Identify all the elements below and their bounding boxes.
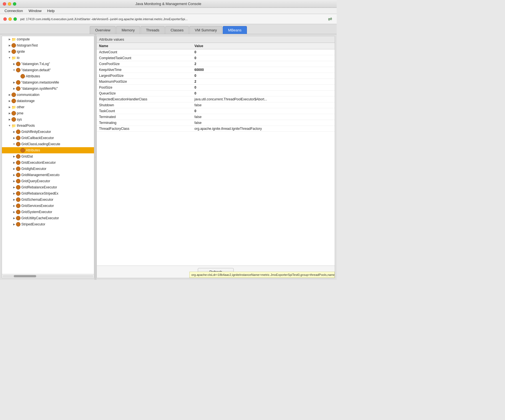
attr-name-cell: MaximumPoolSize	[97, 79, 192, 85]
tree-item-attributes-1[interactable]: Attributes	[2, 73, 94, 79]
tree-label-GridUtilityCacheExecutor: GridUtilityCacheExecutor	[21, 216, 59, 220]
table-row[interactable]: Shutdownfalse	[97, 102, 335, 108]
title-bar: Java Monitoring & Management Console	[0, 0, 337, 8]
bean-icon-GridServicesExecutor	[16, 204, 20, 208]
table-row[interactable]: RejectedExecutionHandlerClassjava.util.c…	[97, 96, 335, 102]
tree-label-GridRebalanceStripedEx: GridRebalanceStripedEx	[21, 191, 58, 195]
tree-label-io: io	[17, 56, 19, 60]
tree-arrow-other	[8, 105, 12, 109]
tree-item-io[interactable]: 📁io	[2, 55, 94, 61]
tree-item-dataregion-txlog[interactable]: "dataregion.TxLog"	[2, 61, 94, 67]
tree-label-GridServicesExecutor: GridServicesExecutor	[21, 204, 54, 208]
scrollbar-track	[3, 275, 93, 277]
horizontal-scrollbar[interactable]	[2, 274, 94, 278]
table-row[interactable]: ThreadFactoryClassorg.apache.ignite.thre…	[97, 126, 335, 132]
tree-item-compute[interactable]: 📁compute	[2, 36, 94, 42]
tree-item-GridServicesExecutor[interactable]: GridServicesExecutor	[2, 203, 94, 209]
tree-item-histogramTest[interactable]: histogramTest	[2, 42, 94, 49]
tree-item-other[interactable]: 📁other	[2, 104, 94, 110]
attr-name-cell: Terminated	[97, 114, 192, 120]
tree-arrow-dataregion-metastore	[12, 80, 16, 84]
tree-arrow-threadPools	[8, 124, 12, 128]
tree-item-GridRebalanceStripedEx[interactable]: GridRebalanceStripedEx	[2, 190, 94, 197]
tree-item-GridDat[interactable]: GridDat	[2, 153, 94, 160]
tree-arrow-GridClassLoadingExecute	[12, 142, 16, 146]
tab-vm-summary[interactable]: VM Summary	[189, 26, 222, 34]
tree-arrow-GridDat	[12, 154, 16, 158]
tree-item-GridAffinityExecutor[interactable]: GridAffinityExecutor	[2, 129, 94, 135]
tree-item-ignite[interactable]: ignite	[2, 49, 94, 55]
tree-item-GridExecutionExecutor[interactable]: GridExecutionExecutor	[2, 160, 94, 166]
tree-item-dataregion-metastore[interactable]: "dataregion.metastoreMe	[2, 79, 94, 86]
tree-item-GridQueryExecutor[interactable]: GridQueryExecutor	[2, 178, 94, 184]
tree-label-dataregion-metastore: "dataregion.metastoreMe	[21, 80, 59, 84]
tree-item-datastorage[interactable]: datastorage	[2, 98, 94, 104]
splitter[interactable]: ·	[94, 34, 97, 280]
attr-value-cell: 2	[192, 61, 335, 67]
conn-close-button[interactable]	[3, 17, 7, 21]
attr-value-cell: 60000	[192, 67, 335, 73]
bean-icon-dataregion-metastore	[16, 80, 20, 85]
table-row[interactable]: Terminatedfalse	[97, 114, 335, 120]
tree-arrow-StripedExecutor	[12, 222, 16, 226]
tab-memory[interactable]: Memory	[116, 26, 140, 34]
tab-threads[interactable]: Threads	[141, 26, 165, 34]
tree-item-attributes-2[interactable]: Attributes	[2, 147, 94, 153]
tree-item-communication[interactable]: communication	[2, 92, 94, 98]
tab-classes[interactable]: Classes	[165, 26, 189, 34]
bean-icon-dataregion-sysmempl	[16, 86, 20, 91]
tree-label-attributes-2: Attributes	[26, 148, 40, 152]
tree-item-GridUtilityCacheExecutor[interactable]: GridUtilityCacheExecutor	[2, 215, 94, 221]
tree-item-dataregion-default[interactable]: "dataregion.default"	[2, 67, 94, 73]
menu-connection[interactable]: Connection	[2, 8, 25, 13]
bean-icon-histogramTest	[12, 43, 16, 48]
connection-traffic-lights	[3, 17, 17, 21]
menu-window[interactable]: Window	[26, 8, 44, 13]
tree-item-GridIgfsExecutor[interactable]: GridIgfsExecutor	[2, 166, 94, 172]
maximize-button[interactable]	[13, 2, 16, 6]
tree-label-GridExecutionExecutor: GridExecutionExecutor	[21, 161, 56, 165]
tab-mbeans[interactable]: MBeans	[223, 26, 247, 34]
conn-maximize-button[interactable]	[13, 17, 17, 21]
menu-help[interactable]: Help	[45, 8, 57, 13]
tree-label-StripedExecutor: StripedExecutor	[21, 222, 45, 226]
tree-arrow-GridManagementExecuto	[12, 173, 16, 177]
table-row[interactable]: KeepAliveTime60000	[97, 67, 335, 73]
tree-item-pme[interactable]: pme	[2, 110, 94, 116]
attr-name-cell: PoolSize	[97, 85, 192, 91]
tree-item-GridRebalanceExecutor[interactable]: GridRebalanceExecutor	[2, 184, 94, 190]
tree-label-GridSystemExecutor: GridSystemExecutor	[21, 210, 52, 214]
tree-item-GridSystemExecutor[interactable]: GridSystemExecutor	[2, 209, 94, 215]
conn-minimize-button[interactable]	[8, 17, 12, 21]
tree-item-GridClassLoadingExecute[interactable]: GridClassLoadingExecute	[2, 141, 94, 147]
tree-content[interactable]: 📁computehistogramTestignite📁io"dataregio…	[2, 36, 94, 274]
table-row[interactable]: LargestPoolSize0	[97, 73, 335, 79]
tree-item-GridManagementExecuto[interactable]: GridManagementExecuto	[2, 172, 94, 178]
tree-item-dataregion-sysmempl[interactable]: "dataregion.sysMemPlc"	[2, 86, 94, 92]
table-row[interactable]: MaximumPoolSize2	[97, 79, 335, 85]
tree-item-threadPools[interactable]: 📁threadPools	[2, 123, 94, 129]
table-row[interactable]: PoolSize0	[97, 85, 335, 91]
table-row[interactable]: Terminatingfalse	[97, 120, 335, 126]
tab-overview[interactable]: Overview	[90, 26, 116, 34]
table-row[interactable]: QueueSize0	[97, 91, 335, 96]
scrollbar-thumb[interactable]	[14, 275, 36, 277]
tree-label-dataregion-sysmempl: "dataregion.sysMemPlc"	[21, 87, 58, 91]
tree-label-GridSchemaExecutor: GridSchemaExecutor	[21, 198, 53, 202]
close-button[interactable]	[3, 2, 6, 6]
tree-item-GridSchemaExecutor[interactable]: GridSchemaExecutor	[2, 197, 94, 203]
tree-item-sys[interactable]: sys	[2, 116, 94, 123]
tree-arrow-communication	[8, 93, 12, 97]
table-row[interactable]: TaskCount0	[97, 108, 335, 114]
tree-item-StripedExecutor[interactable]: StripedExecutor	[2, 221, 94, 227]
table-row[interactable]: CorePoolSize2	[97, 61, 335, 67]
minimize-button[interactable]	[8, 2, 11, 6]
tree-label-GridRebalanceExecutor: GridRebalanceExecutor	[21, 185, 57, 189]
attr-name-cell: CorePoolSize	[97, 61, 192, 67]
attributes-table-wrap[interactable]: Name Value ActiveCount0CompletedTaskCoun…	[97, 43, 335, 266]
tree-item-GridCallbackExecutor[interactable]: GridCallbackExecutor	[2, 135, 94, 141]
bean-icon-StripedExecutor	[16, 222, 20, 227]
table-row[interactable]: ActiveCount0	[97, 49, 335, 55]
attr-value-cell: 0	[192, 55, 335, 61]
table-row[interactable]: CompletedTaskCount0	[97, 55, 335, 61]
